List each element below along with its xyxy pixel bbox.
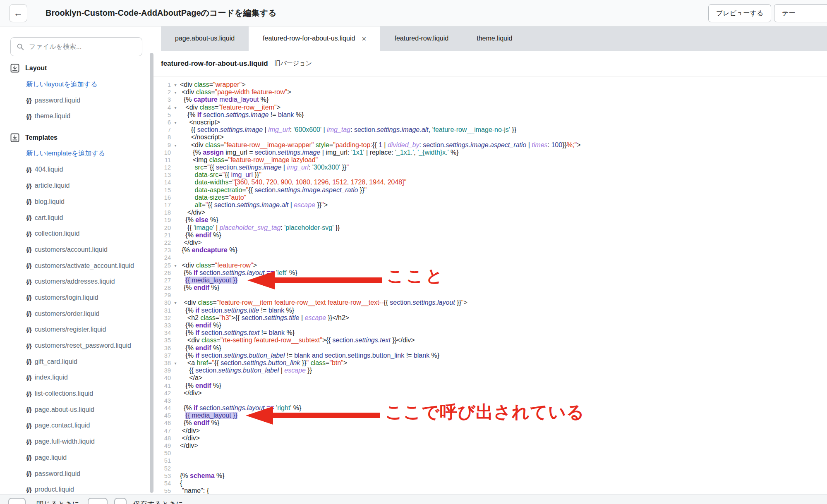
code-line[interactable]: 23 {% endcapture %} xyxy=(154,246,827,254)
close-tab-icon[interactable]: × xyxy=(362,35,366,43)
code-line[interactable]: 53{% schema %} xyxy=(154,472,827,480)
sidebar-file[interactable]: {/}password.liquid xyxy=(10,92,150,108)
sidebar-file[interactable]: {/}page.full-width.liquid xyxy=(10,434,150,450)
sidebar-file[interactable]: {/}customers/order.liquid xyxy=(10,306,150,322)
code-line[interactable]: 9▾ <div class="feature-row__image-wrappe… xyxy=(154,141,827,149)
code-line[interactable]: 50 xyxy=(154,449,827,457)
sidebar-file[interactable]: {/}article.liquid xyxy=(10,178,150,194)
code-line[interactable]: 20 {{ 'image' | placeholder_svg_tag: 'pl… xyxy=(154,224,827,232)
sidebar-file[interactable]: {/}page.liquid xyxy=(10,450,150,466)
tab-featured-row-liquid[interactable]: featured-row.liquid xyxy=(380,26,463,51)
code-line[interactable]: 11 <img class="feature-row__image lazylo… xyxy=(154,156,827,164)
code-line[interactable]: 42 </div> xyxy=(154,389,827,397)
code-line[interactable]: 54{ xyxy=(154,480,827,487)
code-line[interactable]: 41 {% endif %} xyxy=(154,382,827,389)
code-fold-icon[interactable]: ▾ xyxy=(171,262,180,269)
sidebar-file[interactable]: {/}customers/addresses.liquid xyxy=(10,274,150,290)
code-line[interactable]: 16 data-sizes="auto" xyxy=(154,194,827,201)
code-line[interactable]: 39 {{ section.settings.button_label | es… xyxy=(154,367,827,374)
sidebar-section-layout[interactable]: Layout xyxy=(10,60,150,76)
sidebar-file[interactable]: {/}index.liquid xyxy=(10,370,150,386)
code-line[interactable]: 28 {% endif %} xyxy=(154,284,827,291)
code-fold-icon[interactable]: ▾ xyxy=(171,141,180,149)
sidebar-file[interactable]: {/}customers/register.liquid xyxy=(10,322,150,338)
sidebar-scrollbar[interactable] xyxy=(150,53,153,493)
code-line[interactable]: 4▾ <div class="feature-row__item"> xyxy=(154,104,827,111)
code-line[interactable]: 24 xyxy=(154,254,827,261)
code-fold-icon[interactable]: ▾ xyxy=(171,299,180,306)
sidebar-file[interactable]: {/}page.about-us.liquid xyxy=(10,401,150,418)
sidebar-file[interactable]: {/}customers/login.liquid xyxy=(10,290,150,306)
sidebar-file[interactable]: {/}customers/activate_account.liquid xyxy=(10,258,150,274)
code-line[interactable]: 21 {% endif %} xyxy=(154,232,827,239)
code-fold-icon[interactable]: ▾ xyxy=(171,88,180,96)
code-line[interactable]: 49</div> xyxy=(154,442,827,449)
code-line[interactable]: 26 {% if section.settings.layout == 'lef… xyxy=(154,269,827,277)
code-line[interactable]: 6▾ <noscript> xyxy=(154,119,827,126)
code-line[interactable]: 45 {{ media_layout }} xyxy=(154,412,827,419)
code-line[interactable]: 44 {% if section.settings.layout == 'rig… xyxy=(154,404,827,412)
sidebar-file[interactable]: {/}password.liquid xyxy=(10,466,150,482)
tab-theme-liquid[interactable]: theme.liquid xyxy=(463,26,526,51)
code-line[interactable]: 10 {% assign img_url = section.settings.… xyxy=(154,149,827,156)
sidebar-file[interactable]: {/}customers/reset_password.liquid xyxy=(10,338,150,354)
code-line[interactable]: 14 data-widths="[360, 540, 720, 900, 108… xyxy=(154,179,827,186)
code-line[interactable]: 38▾ <a href="{{ section.settings.button_… xyxy=(154,359,827,367)
sidebar-file[interactable]: {/}theme.liquid xyxy=(10,108,150,124)
file-search[interactable] xyxy=(10,37,142,56)
code-line[interactable]: 40 </a> xyxy=(154,374,827,382)
code-line[interactable]: 2▾ <div class="page-width feature-row"> xyxy=(154,88,827,96)
code-line[interactable]: 17 alt="{{ section.settings.image.alt | … xyxy=(154,201,827,209)
sidebar-file[interactable]: {/}404.liquid xyxy=(10,162,150,178)
code-line[interactable]: 1▾<div class="wrapper"> xyxy=(154,81,827,88)
code-line[interactable]: 30▾ <div class="feature-row__item featur… xyxy=(154,299,827,306)
code-line[interactable]: 47 </div> xyxy=(154,427,827,435)
preview-button[interactable]: プレビューする xyxy=(708,4,771,22)
code-line[interactable]: 36 {% endif %} xyxy=(154,344,827,352)
folder-toggle-icon[interactable] xyxy=(10,133,19,142)
sidebar-file[interactable]: {/}list-collections.liquid xyxy=(10,386,150,402)
code-line[interactable]: 43 xyxy=(154,397,827,404)
code-line[interactable]: 7 {{ section.settings.image | img_url: '… xyxy=(154,126,827,134)
code-line[interactable]: 29 xyxy=(154,291,827,299)
code-line[interactable]: 52 xyxy=(154,465,827,472)
code-line[interactable]: 33 {% endif %} xyxy=(154,322,827,329)
code-line[interactable]: 25▾ <div class="feature-row"> xyxy=(154,262,827,269)
code-line[interactable]: 46 {% endif %} xyxy=(154,419,827,427)
code-line[interactable]: 5 {% if section.settings.image != blank … xyxy=(154,111,827,119)
code-line[interactable]: 34 {% if section.settings.text != blank … xyxy=(154,329,827,337)
code-fold-icon[interactable]: ▾ xyxy=(171,359,180,367)
code-line[interactable]: 3 {% capture media_layout %} xyxy=(154,96,827,103)
tab-featured-row-for-about-us-liquid[interactable]: featured-row-for-about-us.liquid× xyxy=(249,26,380,51)
code-fold-icon[interactable]: ▾ xyxy=(171,81,180,88)
code-line[interactable]: 32 <h2 class="h3">{{ section.settings.ti… xyxy=(154,314,827,322)
code-line[interactable]: 12 src="{{ section.settings.image | img_… xyxy=(154,164,827,171)
code-line[interactable]: 8 </noscript> xyxy=(154,134,827,141)
sidebar-file[interactable]: {/}collection.liquid xyxy=(10,226,150,242)
add-file-link[interactable]: 新しいtemplateを追加する xyxy=(10,146,150,162)
tab-page-about-us-liquid[interactable]: page.about-us.liquid xyxy=(161,26,249,51)
code-line[interactable]: 27 {{ media_layout }} xyxy=(154,277,827,284)
code-line[interactable]: 13 data-src="{{ img_url }}" xyxy=(154,171,827,179)
code-line[interactable]: 18 </div> xyxy=(154,209,827,216)
add-file-link[interactable]: 新しいlayoutを追加する xyxy=(10,76,150,93)
sidebar-file[interactable]: {/}blog.liquid xyxy=(10,194,150,210)
sidebar-section-templates[interactable]: Templates xyxy=(10,130,150,146)
code-line[interactable]: 22 </div> xyxy=(154,239,827,246)
code-line[interactable]: 48 </div> xyxy=(154,435,827,442)
sidebar-file[interactable]: {/}page.contact.liquid xyxy=(10,418,150,434)
code-fold-icon[interactable]: ▾ xyxy=(171,119,180,126)
back-button[interactable]: ← xyxy=(9,4,27,22)
sidebar-file[interactable]: {/}product.liquid xyxy=(10,482,150,494)
sidebar-file[interactable]: {/}gift_card.liquid xyxy=(10,354,150,370)
code-line[interactable]: 55 "name": { xyxy=(154,487,827,494)
search-input[interactable] xyxy=(28,43,133,51)
sidebar-file[interactable]: {/}cart.liquid xyxy=(10,210,150,226)
theme-actions-button[interactable]: テー xyxy=(774,4,827,22)
code-line[interactable]: 35 <div class="rte-setting featured-row_… xyxy=(154,337,827,344)
code-line[interactable]: 15 data-aspectratio="{{ section.settings… xyxy=(154,186,827,194)
old-version-link[interactable]: 旧バージョン xyxy=(274,60,312,67)
folder-toggle-icon[interactable] xyxy=(10,64,19,73)
code-line[interactable]: 31 {% if section.settings.title != blank… xyxy=(154,307,827,314)
code-line[interactable]: 37 {% if section.settings.button_label !… xyxy=(154,352,827,359)
